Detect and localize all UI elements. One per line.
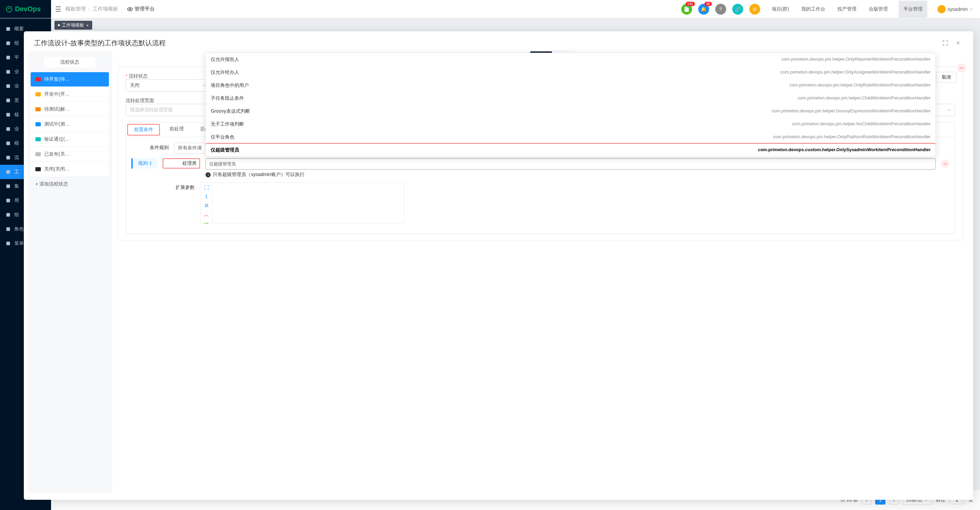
breadcrumb-platform[interactable]: 管理平台 <box>127 6 155 12</box>
nav-release[interactable]: 投产管理 <box>836 1 858 18</box>
nav-platform[interactable]: 平台管理 <box>899 1 927 18</box>
help-icon[interactable]: ? <box>715 4 726 14</box>
nav-projects[interactable]: 项目(群) <box>770 1 791 18</box>
breadcrumb: 模板管理 / 工作项模板 管理平台 <box>65 6 155 12</box>
breadcrumb-b[interactable]: 工作项模板 <box>92 6 118 12</box>
svg-point-1 <box>129 8 131 10</box>
svg-point-0 <box>6 6 12 12</box>
nav-workbench[interactable]: 我的工作台 <box>800 1 827 18</box>
nav-version[interactable]: 合版管理 <box>867 1 889 18</box>
logo[interactable]: DevOps <box>0 0 51 18</box>
doc-icon[interactable]: 📄141 <box>681 4 692 14</box>
menu-toggle-icon[interactable]: ☰ <box>51 5 65 13</box>
breadcrumb-a[interactable]: 模板管理 <box>65 6 86 12</box>
top-nav: 项目(群) 我的工作台 投产管理 合版管理 平台管理 <box>770 1 927 18</box>
disabled-icon[interactable]: ⊘ <box>749 4 760 14</box>
header-icon-group: 📄141 🔔30 ? 🔗 ⊘ <box>681 4 760 14</box>
avatar <box>937 5 946 13</box>
bell-icon[interactable]: 🔔30 <box>698 4 709 14</box>
top-header: DevOps ☰ 模板管理 / 工作项模板 管理平台 📄141 🔔30 ? 🔗 … <box>0 0 980 18</box>
link-icon[interactable]: 🔗 <box>732 4 743 14</box>
user-menu[interactable]: sysadmin <box>934 5 977 13</box>
